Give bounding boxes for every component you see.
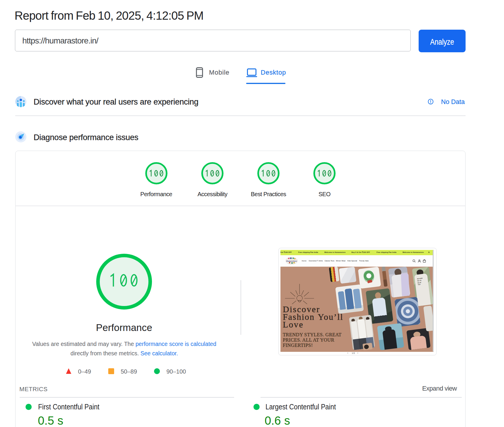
svg-text:HumaraStore: HumaraStore xyxy=(286,260,297,262)
